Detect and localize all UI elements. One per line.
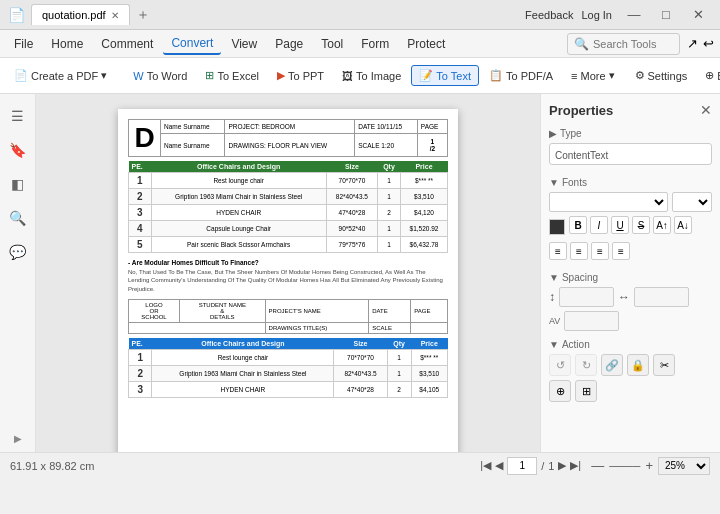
current-page-input[interactable] [507, 457, 537, 475]
pdf2-page2 [411, 323, 448, 334]
batch-pro-btn[interactable]: ⊕ Batch Pro [697, 65, 720, 86]
login-link[interactable]: Log In [581, 9, 612, 21]
menu-comment[interactable]: Comment [93, 34, 161, 54]
to-pdfa-btn[interactable]: 📋 To PDF/A [481, 65, 561, 86]
tab-item[interactable]: quotation.pdf ✕ [31, 4, 130, 25]
tab-close-btn[interactable]: ✕ [111, 10, 119, 21]
more-dropdown-icon[interactable]: ▾ [609, 69, 615, 82]
more-icon: ≡ [571, 70, 577, 82]
row2-num: 1 [129, 350, 152, 366]
menu-page[interactable]: Page [267, 34, 311, 54]
menu-home[interactable]: Home [43, 34, 91, 54]
align-justify-btn[interactable]: ≡ [612, 242, 630, 260]
row-qty: 1 [377, 189, 400, 205]
first-page-btn[interactable]: |◀ [480, 459, 491, 472]
new-tab-btn[interactable]: ＋ [136, 6, 150, 24]
align-right-btn[interactable]: ≡ [591, 242, 609, 260]
feedback-link[interactable]: Feedback [525, 9, 573, 21]
font-color-box[interactable] [549, 219, 565, 235]
search-bar[interactable]: 🔍 [567, 33, 680, 55]
layers-icon[interactable]: ◧ [4, 170, 32, 198]
to-image-btn[interactable]: 🖼 To Image [334, 66, 409, 86]
properties-close-btn[interactable]: ✕ [700, 102, 712, 118]
left-nav-icon[interactable]: ☰ [4, 102, 32, 130]
action-btn-4[interactable]: 🔒 [627, 354, 649, 376]
action-btn-5[interactable]: ✂ [653, 354, 675, 376]
word-spacing-input[interactable] [564, 311, 619, 331]
more-btn[interactable]: ≡ More ▾ [563, 65, 622, 86]
prop-spacing-section: ▼ Spacing ↕ ↔ AV [549, 272, 712, 331]
table-row: 3 HYDEN CHAIR 47*40*28 2 $4,105 [129, 382, 448, 398]
bold-btn[interactable]: B [569, 216, 587, 234]
maximize-btn[interactable]: □ [652, 1, 680, 29]
batch-pro-icon: ⊕ [705, 69, 714, 82]
to-excel-icon: ⊞ [205, 69, 214, 82]
menu-convert[interactable]: Convert [163, 33, 221, 55]
minimize-btn[interactable]: — [620, 1, 648, 29]
align-left-btn[interactable]: ≡ [549, 242, 567, 260]
align-center-btn[interactable]: ≡ [570, 242, 588, 260]
font-family-select[interactable] [549, 192, 668, 212]
underline-btn[interactable]: U [611, 216, 629, 234]
bookmark-icon[interactable]: 🔖 [4, 136, 32, 164]
prev-page-btn[interactable]: ◀ [495, 459, 503, 472]
action-btn-6[interactable]: ⊕ [549, 380, 571, 402]
last-page-btn[interactable]: ▶| [570, 459, 581, 472]
pdf-page-value: 1/2 [417, 134, 447, 157]
row-price: $6,432.78 [401, 237, 448, 253]
app-icon: 📄 [8, 7, 25, 23]
zoom-slider[interactable]: ──── [609, 460, 640, 472]
zoom-out-btn[interactable]: — [591, 458, 604, 473]
row2-name: Gription 1963 Miami Chair in Stainless S… [152, 366, 334, 382]
create-pdf-btn[interactable]: 📄 Create a PDF ▾ [6, 65, 115, 86]
italic-btn[interactable]: I [590, 216, 608, 234]
menu-protect[interactable]: Protect [399, 34, 453, 54]
action-btn-3[interactable]: 🔗 [601, 354, 623, 376]
body-section-title: - Are Modular Homes Difficult To Finance… [128, 259, 448, 266]
menu-tool[interactable]: Tool [313, 34, 351, 54]
to-excel-btn[interactable]: ⊞ To Excel [197, 65, 267, 86]
close-btn[interactable]: ✕ [684, 1, 712, 29]
comment-panel-icon[interactable]: 💬 [4, 238, 32, 266]
font-size-select[interactable] [672, 192, 712, 212]
strikethrough-btn[interactable]: S [632, 216, 650, 234]
window-controls: — □ ✕ [620, 1, 712, 29]
settings-btn[interactable]: ⚙ Settings [627, 65, 696, 86]
superscript-btn[interactable]: A↑ [653, 216, 671, 234]
create-pdf-dropdown-icon[interactable]: ▾ [101, 69, 107, 82]
prop-spacing-label: ▼ Spacing [549, 272, 712, 283]
row-qty: 1 [377, 173, 400, 189]
table-header-title: Office Chairs and Design [151, 161, 326, 173]
table-col-price: Price [401, 161, 448, 173]
subscript-btn[interactable]: A↓ [674, 216, 692, 234]
row2-name: Rest lounge chair [152, 350, 334, 366]
action-btn-7[interactable]: ⊞ [575, 380, 597, 402]
menu-form[interactable]: Form [353, 34, 397, 54]
search-input[interactable] [593, 38, 673, 50]
zoom-select[interactable]: 25% 50% 75% 100% [658, 457, 710, 475]
expand-arrow[interactable]: ▶ [14, 433, 22, 444]
prop-type-label: ▶ Type [549, 128, 712, 139]
line-spacing-input[interactable] [559, 287, 614, 307]
table-row: 5 Pair scenic Black Scissor Armchairs 79… [129, 237, 448, 253]
pdf2-scale: SCALE [369, 323, 411, 334]
body-text: No, That Used To Be The Case, But The Sh… [128, 268, 448, 293]
title-right: Feedback Log In — □ ✕ [525, 1, 712, 29]
char-spacing-input[interactable] [634, 287, 689, 307]
back-icon[interactable]: ↩ [703, 36, 714, 51]
to-text-btn[interactable]: 📝 To Text [411, 65, 479, 86]
search-panel-icon[interactable]: 🔍 [4, 204, 32, 232]
row-name: Capsule Lounge Chair [151, 221, 326, 237]
row2-size: 70*70*70 [334, 350, 387, 366]
left-panel: ☰ 🔖 ◧ 🔍 💬 ▶ [0, 94, 36, 452]
external-link-icon[interactable]: ↗ [687, 36, 698, 51]
content-area[interactable]: D Name Surname PROJECT: BEDROOM DATE 10/… [36, 94, 540, 452]
to-word-btn[interactable]: W To Word [125, 66, 195, 86]
to-ppt-btn[interactable]: ▶ To PPT [269, 65, 332, 86]
menu-file[interactable]: File [6, 34, 41, 54]
coordinates-display: 61.91 x 89.82 cm [10, 460, 470, 472]
next-page-btn[interactable]: ▶ [558, 459, 566, 472]
zoom-in-btn[interactable]: + [645, 458, 653, 473]
row-name: Pair scenic Black Scissor Armchairs [151, 237, 326, 253]
menu-view[interactable]: View [223, 34, 265, 54]
